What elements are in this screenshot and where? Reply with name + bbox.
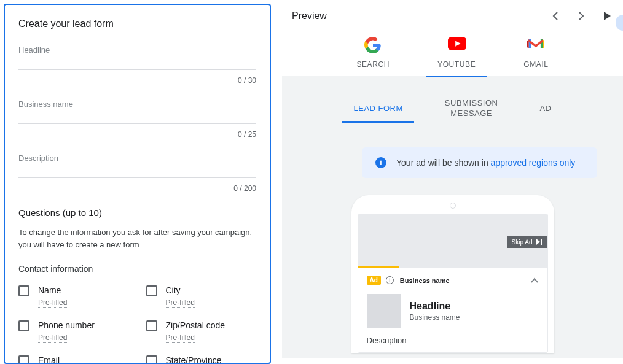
prefilled-badge: Pre-filled: [38, 333, 67, 343]
chevron-up-icon: [530, 277, 539, 284]
collapse-button[interactable]: [530, 276, 539, 285]
next-button[interactable]: [574, 9, 589, 23]
checkbox-name[interactable]: [18, 285, 29, 296]
ad-business-top: Business name: [400, 277, 530, 284]
prev-button[interactable]: [548, 9, 563, 23]
channel-gmail[interactable]: GMAIL: [523, 37, 548, 76]
checkbox-state[interactable]: [146, 355, 157, 364]
checkbox-phone[interactable]: [18, 320, 29, 331]
headline-input[interactable]: [18, 57, 256, 70]
ad-business-sub: Business name: [410, 313, 460, 322]
phone-speaker-icon: [450, 203, 456, 209]
ad-headline: Headline: [410, 301, 460, 312]
notice-text: Your ad will be shown in: [396, 158, 491, 168]
notice-link[interactable]: approved regions only: [491, 158, 576, 168]
description-field: Description: [18, 153, 256, 178]
checkbox-state-label: State/Province: [166, 355, 222, 364]
description-counter: 0 / 200: [18, 184, 256, 193]
prefilled-badge: Pre-filled: [166, 333, 195, 343]
checkbox-city-label: City: [166, 285, 195, 296]
channel-search-label: SEARCH: [356, 60, 390, 69]
questions-title: Questions (up to 10): [18, 207, 256, 218]
phone-mock: Skip Ad Ad i Business name: [351, 195, 554, 353]
checkbox-email[interactable]: [18, 355, 29, 364]
ad-badge: Ad: [367, 276, 381, 285]
contact-col-left: Name Pre-filled Phone number Pre-filled …: [18, 285, 129, 364]
chevron-right-icon: [578, 11, 584, 21]
questions-desc: To change the information you ask for af…: [18, 227, 256, 250]
google-icon: [364, 37, 382, 54]
tab-submission-label-2: MESSAGE: [450, 109, 492, 118]
svg-rect-1: [541, 239, 542, 245]
info-icon: i: [375, 157, 386, 168]
ad-description: Description: [367, 336, 539, 345]
skip-ad-label: Skip Ad: [512, 239, 533, 246]
prefilled-badge: Pre-filled: [38, 298, 67, 308]
notice-banner: i Your ad will be shown in approved regi…: [362, 147, 597, 178]
panel-title: Create your lead form: [18, 18, 256, 29]
description-label: Description: [18, 153, 256, 165]
preview-panel: Preview SEARCH: [282, 0, 623, 364]
business-label: Business name: [18, 99, 256, 111]
checkbox-zip[interactable]: [146, 320, 157, 331]
channel-youtube-label: YOUTUBE: [437, 60, 476, 69]
headline-field: Headline: [18, 45, 256, 70]
tab-submission[interactable]: SUBMISSION MESSAGE: [441, 95, 502, 128]
business-input[interactable]: [18, 111, 256, 124]
preview-title: Preview: [292, 10, 327, 21]
skip-icon: [536, 239, 543, 245]
play-button[interactable]: [600, 9, 614, 23]
channel-gmail-label: GMAIL: [523, 60, 548, 69]
lead-form-panel: Create your lead form Headline 0 / 30 Bu…: [4, 4, 271, 364]
prefilled-badge: Pre-filled: [166, 298, 195, 308]
tab-lead-form[interactable]: LEAD FORM: [350, 100, 406, 122]
tab-submission-label-1: SUBMISSION: [445, 98, 498, 107]
headline-counter: 0 / 30: [18, 76, 256, 85]
ad-info-icon[interactable]: i: [386, 276, 394, 284]
contact-col-right: City Pre-filled Zip/Postal code Pre-fill…: [146, 285, 257, 364]
contact-info-title: Contact information: [18, 264, 256, 274]
checkbox-zip-label: Zip/Postal code: [166, 320, 225, 331]
tab-ad[interactable]: AD: [536, 100, 555, 122]
checkbox-email-label: Email: [38, 355, 67, 364]
gmail-icon: [527, 37, 544, 54]
video-area: Skip Ad: [358, 214, 547, 266]
youtube-icon: [448, 37, 465, 54]
skip-ad-button[interactable]: Skip Ad: [507, 236, 547, 248]
ad-thumbnail: [367, 294, 401, 328]
play-icon: [603, 11, 611, 21]
checkbox-name-label: Name: [38, 285, 67, 296]
checkbox-phone-label: Phone number: [38, 320, 95, 331]
channel-youtube[interactable]: YOUTUBE: [437, 37, 476, 76]
chevron-left-icon: [552, 11, 558, 21]
description-input[interactable]: [18, 165, 256, 178]
headline-label: Headline: [18, 45, 256, 57]
business-field: Business name: [18, 99, 256, 124]
checkbox-city[interactable]: [146, 285, 157, 296]
business-counter: 0 / 25: [18, 130, 256, 139]
channel-search[interactable]: SEARCH: [356, 37, 390, 76]
